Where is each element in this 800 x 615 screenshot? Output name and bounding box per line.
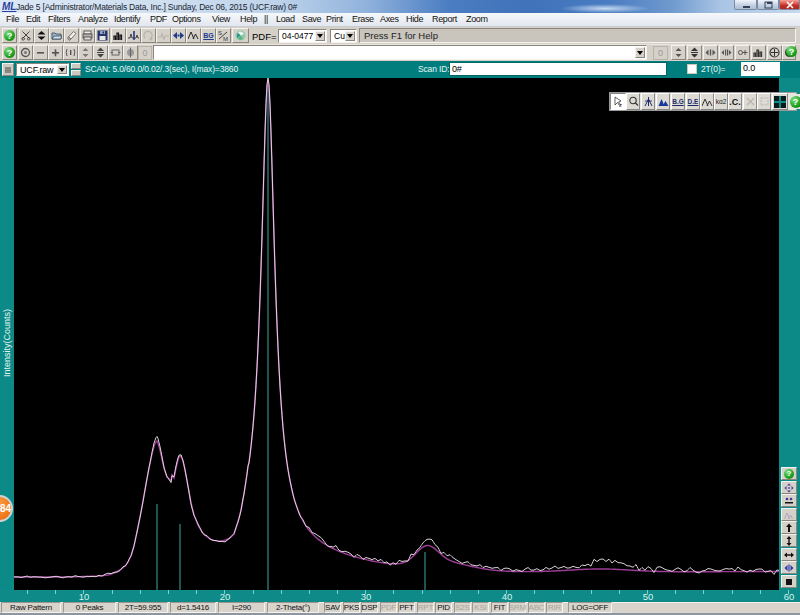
svg-text:M: M [223, 36, 228, 41]
svg-text:z: z [619, 102, 622, 107]
svg-text:S: S [218, 30, 222, 36]
